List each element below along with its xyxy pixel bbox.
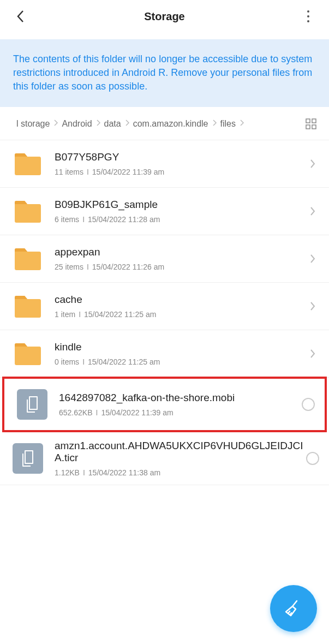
row-content: kindle0 itemsI15/04/2022 11:25 am: [55, 341, 306, 366]
folder-row[interactable]: appexpan25 itemsI15/04/2022 11:26 am: [0, 235, 329, 283]
file-row[interactable]: amzn1.account.AHDWA5UKXCIP6VHUD6GLJEIDJC…: [0, 432, 329, 485]
chevron-right-icon: [306, 158, 319, 169]
chevron-right-icon: [306, 348, 319, 359]
entry-meta: 25 itemsI15/04/2022 11:26 am: [55, 263, 306, 271]
file-list: B077Y58PGY11 itemsI15/04/2022 11:39 amB0…: [0, 140, 329, 485]
breadcrumb-item[interactable]: Android: [62, 119, 92, 128]
entry-name: cache: [55, 294, 306, 306]
breadcrumb-item[interactable]: data: [104, 119, 121, 128]
entry-meta: 1.12KBI15/04/2022 11:38 am: [55, 468, 306, 477]
chevron-right-icon: [53, 119, 58, 127]
select-checkbox[interactable]: [306, 452, 319, 465]
entry-name: 1642897082_kafka-on-the-shore.mobi: [59, 392, 302, 404]
chevron-right-icon: [306, 206, 319, 217]
folder-row[interactable]: B077Y58PGY11 itemsI15/04/2022 11:39 am: [0, 140, 329, 188]
grid-view-toggle[interactable]: [305, 118, 317, 130]
entry-name: B09BJKP61G_sample: [55, 199, 306, 211]
folder-icon: [12, 290, 44, 322]
breadcrumb-item[interactable]: com.amazon.kindle: [133, 119, 208, 128]
back-button[interactable]: [10, 5, 32, 27]
chevron-right-icon: [212, 119, 217, 127]
folder-icon: [12, 338, 44, 369]
chevron-right-icon: [95, 119, 101, 127]
entry-meta: 1 itemI15/04/2022 11:25 am: [55, 310, 306, 319]
select-checkbox[interactable]: [302, 398, 315, 411]
svg-rect-2: [306, 125, 310, 129]
folder-row[interactable]: kindle0 itemsI15/04/2022 11:25 am: [0, 330, 329, 378]
folder-row[interactable]: B09BJKP61G_sample6 itemsI15/04/2022 11:2…: [0, 188, 329, 235]
breadcrumb-item[interactable]: files: [220, 119, 236, 128]
chevron-right-icon: [124, 119, 130, 127]
row-content: B077Y58PGY11 itemsI15/04/2022 11:39 am: [55, 151, 306, 176]
breadcrumb-item[interactable]: l storage: [16, 119, 50, 128]
folder-icon: [12, 148, 44, 180]
clean-fab[interactable]: [270, 585, 317, 632]
chevron-left-icon: [15, 9, 26, 23]
entry-meta: 652.62KBI15/04/2022 11:39 am: [59, 408, 302, 417]
file-icon: [12, 443, 44, 474]
file-row[interactable]: 1642897082_kafka-on-the-shore.mobi652.62…: [2, 377, 327, 432]
breadcrumb: l storageAndroiddatacom.amazon.kindlefil…: [0, 107, 329, 140]
svg-rect-0: [306, 119, 310, 123]
folder-row[interactable]: cache1 itemI15/04/2022 11:25 am: [0, 283, 329, 330]
folder-icon: [12, 243, 44, 275]
svg-rect-3: [312, 125, 316, 129]
row-content: appexpan25 itemsI15/04/2022 11:26 am: [55, 246, 306, 271]
app-header: Storage: [0, 0, 329, 33]
warning-banner-text: The contents of this folder will no long…: [13, 52, 318, 94]
entry-name: kindle: [55, 341, 306, 353]
warning-banner: The contents of this folder will no long…: [0, 39, 329, 107]
broom-icon: [283, 598, 304, 619]
chevron-right-icon: [306, 301, 319, 312]
more-vertical-icon: [307, 9, 309, 24]
more-menu-button[interactable]: [297, 5, 319, 27]
chevron-right-icon: [306, 253, 319, 264]
chevron-right-icon: [239, 119, 244, 127]
entry-meta: 6 itemsI15/04/2022 11:28 am: [55, 215, 306, 224]
file-icon: [16, 389, 48, 420]
row-content: cache1 itemI15/04/2022 11:25 am: [55, 294, 306, 319]
entry-meta: 11 itemsI15/04/2022 11:39 am: [55, 168, 306, 176]
row-content: B09BJKP61G_sample6 itemsI15/04/2022 11:2…: [55, 199, 306, 224]
entry-name: appexpan: [55, 246, 306, 258]
entry-name: B077Y58PGY: [55, 151, 306, 163]
svg-rect-1: [312, 119, 316, 123]
row-content: 1642897082_kafka-on-the-shore.mobi652.62…: [59, 392, 302, 417]
folder-icon: [12, 195, 44, 227]
grid-icon: [305, 118, 317, 130]
page-title: Storage: [144, 10, 184, 23]
entry-meta: 0 itemsI15/04/2022 11:25 am: [55, 357, 306, 366]
entry-name: amzn1.account.AHDWA5UKXCIP6VHUD6GLJEIDJC…: [55, 440, 306, 464]
row-content: amzn1.account.AHDWA5UKXCIP6VHUD6GLJEIDJC…: [55, 440, 306, 477]
